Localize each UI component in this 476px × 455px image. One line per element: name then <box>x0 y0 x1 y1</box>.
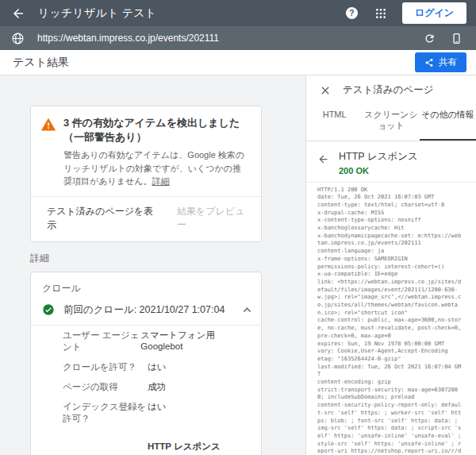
crawl-card: クロール 前回のクロール: 2021/10/27 1:07:04 ユーザー エー… <box>30 272 262 455</box>
smartphone-icon[interactable] <box>446 28 466 48</box>
crawl-row-label: ユーザー エージェント <box>63 330 140 353</box>
crawl-row: ユーザー エージェント スマートフォン用 Googlebot <box>31 326 261 357</box>
collapse-chevron-icon[interactable] <box>244 307 251 314</box>
crawl-row-value: スマートフォン用 Googlebot <box>140 330 250 353</box>
crawl-row-label: インデックス登録を許可？ <box>63 401 148 425</box>
close-icon[interactable] <box>319 84 332 97</box>
crawl-row: インデックス登録を許可？ はい <box>31 397 261 429</box>
share-button[interactable]: 共有 <box>415 52 466 72</box>
crawl-row-value: はい <box>148 401 167 425</box>
tab-more-info[interactable]: その他の情報 <box>420 103 476 141</box>
results-panel: 3 件の有効なアイテムを検出しました（一部警告あり） 警告ありの有効なアイテムは… <box>0 75 305 455</box>
crawl-card-label: クロール <box>31 272 261 302</box>
svg-text:?: ? <box>350 9 355 17</box>
http-response-headers: HTTP/1.1 200 OK date: Tue, 26 Oct 2021 1… <box>306 183 473 455</box>
last-crawl-text: 前回のクロール: 2021/10/27 1:07:04 <box>63 303 244 317</box>
tab-html[interactable]: HTML <box>306 103 363 141</box>
globe-icon <box>11 32 25 45</box>
http-response-title: HTTP レスポンス <box>339 150 418 164</box>
success-check-icon <box>42 303 55 316</box>
http-response-link[interactable]: HTTP レスポンス <box>148 442 221 451</box>
crawl-row-label: クロールを許可？ <box>63 361 148 373</box>
share-icon <box>424 58 434 67</box>
tab-screenshot[interactable]: スクリーンショット <box>363 103 419 141</box>
url-bar: https://webtan.impress.co.jp/events/2021… <box>0 26 476 50</box>
http-status-badge: 200 OK <box>339 166 418 175</box>
page-title: テスト結果 <box>13 56 69 70</box>
details-link[interactable]: 詳細 <box>152 176 170 186</box>
summary-body: 警告ありの有効なアイテムは、Google 検索のリッチリザルトの対象ですが、いく… <box>63 148 250 188</box>
crawl-row-value: はい <box>148 361 167 373</box>
back-arrow-icon[interactable] <box>317 153 329 165</box>
app-title: リッチリザルト テスト <box>38 6 156 21</box>
summary-title: 3 件の有効なアイテムを検出しました（一部警告あり） <box>63 116 250 145</box>
back-arrow-icon[interactable] <box>11 6 25 21</box>
crawl-row-value: 成功 <box>148 381 166 393</box>
share-button-label: 共有 <box>439 56 457 68</box>
apps-grid-icon[interactable] <box>370 3 391 24</box>
details-section-label: 詳細 <box>30 252 305 265</box>
preview-results-button[interactable]: 結果をプレビュー <box>177 205 250 232</box>
warning-icon <box>40 117 56 133</box>
help-icon[interactable]: ? <box>342 3 363 24</box>
url-text[interactable]: https://webtan.impress.co.jp/events/2021… <box>37 33 413 44</box>
app-topbar: リッチリザルト テスト ? ログイン <box>0 0 476 26</box>
drawer-title: テスト済みのページ <box>343 83 434 97</box>
tested-page-drawer: テスト済みのページ HTML スクリーンショット その他の情報 HTTP レスポ… <box>305 75 476 455</box>
crawl-row-label: ページの取得 <box>63 381 148 393</box>
view-tested-page-button[interactable]: テスト済みのページを表示 <box>47 205 156 232</box>
page-header: テスト結果 共有 <box>0 50 476 75</box>
crawl-row: クロールを許可？ はい <box>31 357 261 377</box>
login-button[interactable]: ログイン <box>402 2 466 24</box>
summary-card: 3 件の有効なアイテムを検出しました（一部警告あり） 警告ありの有効なアイテムは… <box>30 106 262 242</box>
crawl-row: ページの取得 成功 <box>31 377 261 397</box>
drawer-tabs: HTML スクリーンショット その他の情報 <box>306 103 476 141</box>
refresh-icon[interactable] <box>419 28 440 48</box>
